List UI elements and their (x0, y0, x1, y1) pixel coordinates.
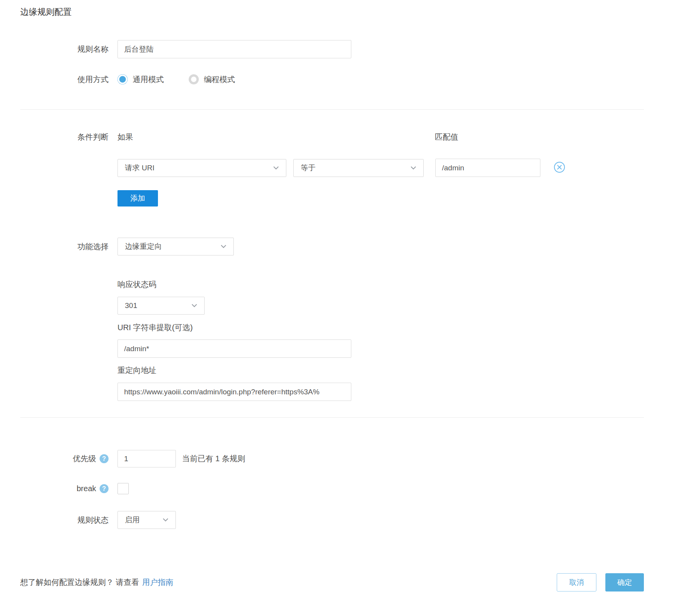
rule-status-row: 规则状态 启用 (20, 511, 644, 529)
priority-label-wrap: 优先级 ? (20, 453, 109, 464)
remove-condition-button[interactable] (554, 161, 565, 174)
condition-match-value-label: 匹配值 (435, 132, 458, 142)
priority-content: 当前已有 1 条规则 (117, 450, 245, 467)
chevron-down-icon (221, 245, 226, 248)
rule-name-input[interactable] (117, 40, 351, 58)
break-content (117, 483, 129, 494)
function-select-value: 边缘重定向 (125, 242, 162, 252)
priority-label: 优先级 (73, 453, 96, 464)
function-select-row: 功能选择 边缘重定向 (20, 238, 644, 256)
priority-row: 优先级 ? 当前已有 1 条规则 (20, 450, 644, 467)
break-label: break (77, 484, 96, 493)
priority-hint: 当前已有 1 条规则 (182, 453, 245, 464)
rule-name-content (117, 40, 351, 58)
rule-name-label: 规则名称 (20, 44, 109, 54)
match-value-input[interactable] (435, 159, 540, 177)
function-select-content: 边缘重定向 (117, 238, 234, 256)
page-title: 边缘规则配置 (20, 0, 644, 18)
redirect-url-input[interactable] (117, 383, 351, 401)
chevron-down-icon (410, 166, 416, 170)
usage-mode-row: 使用方式 通用模式 编程模式 (20, 72, 644, 87)
break-checkbox[interactable] (117, 483, 129, 494)
user-guide-link[interactable]: 用户指南 (142, 578, 174, 586)
priority-help-icon[interactable]: ? (100, 454, 109, 463)
rule-status-select[interactable]: 启用 (117, 511, 176, 529)
break-help-icon[interactable]: ? (100, 484, 109, 493)
condition-label: 条件判断 (20, 132, 109, 142)
condition-section: 条件判断 如果 匹配值 请求 URI 等于 (20, 132, 644, 206)
radio-general-mode[interactable]: 通用模式 (117, 74, 164, 85)
function-sub-fields: 响应状态码 301 URI 字符串提取(可选) 重定向地址 (117, 280, 644, 401)
break-row: break ? (20, 483, 644, 494)
radio-programming-mode[interactable]: 编程模式 (189, 74, 235, 85)
footer: 想了解如何配置边缘规则？ 请查看用户指南 取消 确定 (20, 573, 644, 592)
usage-mode-options: 通用模式 编程模式 (117, 74, 235, 85)
footer-actions: 取消 确定 (557, 573, 644, 592)
condition-headers: 如果 匹配值 (117, 132, 565, 142)
condition-field-select[interactable]: 请求 URI (117, 159, 286, 177)
condition-row: 请求 URI 等于 (117, 159, 565, 177)
section-divider-bottom (20, 417, 644, 418)
chevron-down-icon (273, 166, 279, 170)
condition-operator-value: 等于 (301, 163, 316, 173)
rule-status-value: 启用 (125, 515, 140, 525)
uri-extract-label: URI 字符串提取(可选) (117, 323, 644, 332)
condition-content: 如果 匹配值 请求 URI 等于 (117, 132, 565, 206)
function-select-label: 功能选择 (20, 242, 109, 252)
rule-name-row: 规则名称 (20, 40, 644, 58)
condition-operator-select[interactable]: 等于 (293, 159, 424, 177)
status-code-select[interactable]: 301 (117, 297, 205, 315)
uri-extract-input[interactable] (117, 340, 351, 358)
circle-x-icon (554, 161, 565, 174)
priority-input[interactable] (117, 450, 176, 467)
cancel-button[interactable]: 取消 (557, 573, 596, 592)
status-code-label: 响应状态码 (117, 280, 644, 289)
radio-unselected-icon (189, 74, 199, 84)
redirect-url-label: 重定向地址 (117, 366, 644, 375)
radio-selected-icon (117, 74, 128, 84)
section-divider-top (20, 109, 644, 110)
condition-if-label: 如果 (117, 133, 133, 141)
chevron-down-icon (163, 518, 168, 522)
edge-rule-config-page: 边缘规则配置 规则名称 使用方式 通用模式 编程模式 条件判断 如果 匹配值 (0, 0, 675, 616)
status-code-value: 301 (125, 301, 137, 310)
usage-mode-label: 使用方式 (20, 74, 109, 85)
confirm-button[interactable]: 确定 (605, 573, 644, 592)
rule-status-content: 启用 (117, 511, 176, 529)
chevron-down-icon (191, 304, 197, 308)
rule-status-label: 规则状态 (20, 515, 109, 525)
function-select[interactable]: 边缘重定向 (117, 238, 234, 256)
radio-programming-mode-label: 编程模式 (204, 74, 235, 85)
break-label-wrap: break ? (20, 484, 109, 493)
footer-help-text-wrap: 想了解如何配置边缘规则？ 请查看用户指南 (20, 577, 174, 588)
footer-help-text: 想了解如何配置边缘规则？ 请查看 (20, 578, 139, 586)
radio-general-mode-label: 通用模式 (133, 74, 164, 85)
add-condition-button[interactable]: 添加 (117, 190, 158, 206)
condition-field-value: 请求 URI (125, 163, 154, 173)
